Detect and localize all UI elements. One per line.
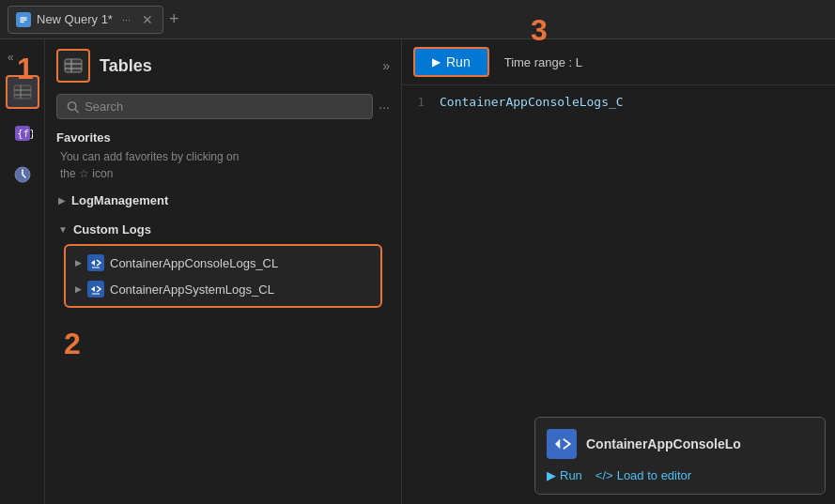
popup-header: ContainerAppConsoleLo	[547, 429, 813, 459]
popup-actions: ▶ Run </> Load to editor	[547, 468, 813, 482]
log-management-section: ▶ LogManagement	[45, 186, 401, 215]
panel-title: Tables	[100, 56, 152, 76]
svg-rect-2	[21, 19, 27, 20]
log-management-arrow: ▶	[58, 195, 66, 206]
console-logs-arrow: ▶	[75, 258, 82, 267]
new-tab-button[interactable]: +	[169, 9, 179, 29]
popup-run-play-icon: ▶	[547, 468, 556, 482]
time-range-label: Time range : L	[504, 55, 582, 69]
favorites-title: Favorites	[56, 130, 390, 145]
tab-menu-button[interactable]: ···	[118, 14, 134, 25]
svg-rect-11	[65, 59, 82, 72]
popup-panel: ContainerAppConsoleLo ▶ Run </> Load to …	[534, 417, 826, 495]
favorites-hint-line1: You can add favorites by clicking on	[60, 150, 239, 163]
custom-logs-item[interactable]: ▼ Custom Logs	[56, 219, 390, 240]
favorites-hint: You can add favorites by clicking on the…	[56, 148, 390, 182]
tab-title: New Query 1*	[37, 12, 113, 26]
tab-icon	[16, 12, 31, 27]
svg-rect-4	[14, 85, 31, 99]
popup-title: ContainerAppConsoleLo	[586, 436, 741, 451]
search-box	[56, 94, 373, 119]
main-layout: « {f}	[0, 39, 835, 504]
tables-icon-box	[56, 49, 90, 83]
svg-rect-17	[87, 254, 104, 271]
search-container: ···	[45, 90, 401, 123]
custom-logs-arrow: ▼	[58, 224, 68, 235]
tab-close-button[interactable]: ✕	[140, 12, 155, 27]
panel-header: Tables »	[45, 39, 401, 90]
sidebar-item-history[interactable]	[6, 158, 39, 191]
system-logs-icon	[87, 281, 104, 298]
run-button-label: Run	[446, 54, 471, 69]
system-logs-arrow: ▶	[75, 284, 82, 294]
icon-sidebar: « {f}	[0, 39, 45, 504]
custom-logs-group: ▶ ContainerAppConsoleLogs_CL ▶	[64, 244, 382, 308]
container-app-console-logs-item[interactable]: ▶ ContainerAppConsoleLogs_CL	[71, 250, 375, 276]
console-logs-icon	[87, 254, 104, 271]
search-icon	[67, 100, 79, 114]
popup-code-icon: </>	[595, 468, 613, 482]
popup-run-button[interactable]: ▶ Run	[547, 468, 582, 482]
log-management-label: LogManagement	[71, 193, 168, 207]
popup-load-button[interactable]: </> Load to editor	[595, 468, 691, 482]
run-button[interactable]: ▶ Run	[413, 47, 489, 77]
query-tab[interactable]: New Query 1* ··· ✕	[8, 6, 163, 34]
popup-load-label: Load to editor	[617, 468, 692, 482]
log-management-item[interactable]: ▶ LogManagement	[56, 190, 390, 211]
sidebar-item-functions[interactable]: {f}	[6, 116, 39, 150]
right-panel: ▶ Run Time range : L 1 ContainerAppConso…	[402, 39, 835, 504]
tables-panel: Tables » ··· Favorites You can add favor…	[45, 39, 402, 504]
panel-header-left: Tables	[56, 49, 152, 83]
favorites-section: Favorites You can add favorites by click…	[45, 123, 401, 186]
run-play-icon: ▶	[432, 55, 441, 69]
svg-line-16	[75, 109, 78, 112]
search-options-button[interactable]: ···	[379, 99, 390, 115]
code-line-1: 1 ContainerAppConsoleLogs_C	[402, 93, 835, 111]
popup-run-label: Run	[560, 468, 582, 482]
sidebar-collapse-button[interactable]: «	[4, 47, 18, 68]
popup-icon	[547, 429, 577, 459]
favorites-hint-line2: the ☆ icon	[60, 167, 113, 180]
search-input[interactable]	[85, 99, 363, 114]
line-number-1: 1	[402, 95, 440, 109]
svg-rect-19	[87, 281, 104, 298]
system-logs-label: ContainerAppSystemLogs_CL	[110, 283, 274, 297]
console-logs-label: ContainerAppConsoleLogs_CL	[110, 256, 278, 270]
custom-logs-label: Custom Logs	[73, 222, 151, 237]
svg-rect-1	[21, 17, 27, 18]
sidebar-item-tables[interactable]	[6, 75, 39, 109]
tab-bar: New Query 1* ··· ✕ +	[0, 0, 835, 39]
panel-collapse-button[interactable]: »	[382, 58, 390, 73]
run-bar: ▶ Run Time range : L	[402, 39, 835, 85]
svg-text:{f}: {f}	[17, 128, 33, 140]
custom-logs-section: ▼ Custom Logs ▶ ContainerAppConsol	[45, 215, 401, 315]
line-content-1: ContainerAppConsoleLogs_C	[440, 95, 624, 109]
svg-rect-3	[21, 21, 24, 22]
container-app-system-logs-item[interactable]: ▶ ContainerAppSystemLogs_CL	[71, 276, 375, 302]
